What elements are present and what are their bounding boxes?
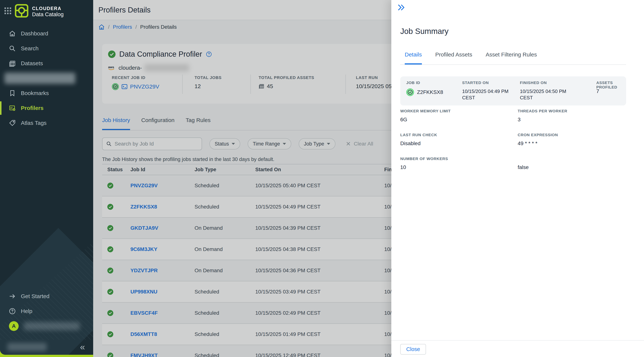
datasets-icon: [9, 60, 16, 67]
job-summary-card: JOB ID Z2FKKSX8 STARTED ON 10/15/2025 04…: [400, 76, 626, 106]
started-on-cell: 10/15/2025 04:36 PM CEST: [255, 268, 384, 274]
close-button[interactable]: Close: [400, 344, 426, 354]
tab-configuration[interactable]: Configuration: [141, 117, 174, 130]
sidebar-item-get-started[interactable]: Get Started: [0, 289, 93, 304]
filter-pill[interactable]: Status: [210, 138, 240, 150]
breadcrumb: / Profilers / Profilers Details: [98, 24, 177, 30]
user-name-redacted: [24, 322, 80, 330]
summary-assets-profiled: ASSETS PROFILED 7: [596, 80, 620, 101]
profiler-icon: [9, 105, 16, 112]
assets-table-icon: [259, 84, 264, 89]
row-status: [102, 310, 130, 316]
sidebar-item-help[interactable]: Help: [0, 304, 93, 318]
sidebar: CLOUDERA Data Catalog Dashboard Search D…: [0, 0, 93, 357]
aws-icon: aws: [108, 65, 116, 70]
sidebar-user-row[interactable]: A: [0, 318, 93, 334]
filter-pill[interactable]: Job Type: [299, 138, 336, 150]
cluster-name-redacted: [144, 64, 189, 72]
tab-tag-rules[interactable]: Tag Rules: [186, 117, 210, 130]
drawer-tab-details[interactable]: Details: [405, 52, 422, 64]
summary-started-on: STARTED ON 10/15/2025 04:49 PM CEST: [462, 80, 520, 101]
search-icon: [9, 45, 16, 52]
sidebar-item-redacted[interactable]: [0, 71, 93, 86]
job-id-link[interactable]: GKDTJA9V: [130, 225, 194, 231]
col-status: Status: [102, 167, 130, 172]
sidebar-item-bookmarks[interactable]: Bookmarks: [0, 86, 93, 100]
filter-row: Status Time Range Job Type ✕ Clear All: [102, 138, 373, 150]
sidebar-item-datasets[interactable]: Datasets: [0, 56, 93, 71]
avatar[interactable]: A: [9, 321, 19, 331]
job-id-link[interactable]: 9C6M3JKY: [130, 246, 194, 252]
tab-job-history[interactable]: Job History: [102, 117, 130, 130]
job-id-link[interactable]: PNVZG29V: [130, 182, 194, 188]
help-icon[interactable]: [206, 51, 212, 57]
job-id-link[interactable]: D56XMTT8: [130, 331, 194, 337]
started-on-cell: 10/15/2025 04:39 PM CEST: [255, 225, 384, 231]
job-type-cell: On Demand: [194, 225, 255, 231]
job-type-cell: Scheduled: [194, 310, 255, 316]
started-on-cell: 10/15/2025 04:38 PM CEST: [255, 246, 384, 252]
job-id-link[interactable]: YDZVTJPR: [130, 268, 194, 274]
row-status: [102, 225, 130, 231]
drawer-tab-asset-filtering-rules[interactable]: Asset Filtering Rules: [486, 52, 537, 64]
success-check-icon: [107, 331, 113, 337]
chevron-down-icon: [283, 143, 286, 145]
job-type-cell: On Demand: [194, 246, 255, 252]
stat-total-assets: TOTAL PROFILED ASSETS 45: [259, 75, 314, 90]
clear-all-button[interactable]: ✕ Clear All: [346, 141, 373, 147]
sidebar-bottom: Get Started Help A: [0, 289, 93, 334]
drawer-tab-profiled-assets[interactable]: Profiled Assets: [435, 52, 472, 64]
recent-job-link[interactable]: PNVZG29V: [130, 84, 159, 90]
ring-check-icon: [406, 88, 414, 96]
breadcrumb-link-profilers[interactable]: Profilers: [113, 24, 132, 30]
collapse-sidebar-icon[interactable]: «: [80, 342, 85, 352]
brand-name: CLOUDERA: [32, 6, 64, 11]
success-check-icon: [107, 289, 113, 295]
row-status: [102, 331, 130, 337]
sidebar-nav: Dashboard Search Datasets Bookmarks Prof…: [0, 26, 93, 130]
ring-check-icon: [112, 83, 119, 90]
sidebar-item-dashboard[interactable]: Dashboard: [0, 26, 93, 41]
page-title: Profilers Details: [98, 6, 150, 14]
search-input[interactable]: [114, 141, 198, 147]
sidebar-item-profilers[interactable]: Profilers: [0, 100, 93, 116]
col-started-on: Started On: [255, 167, 384, 172]
chevron-down-icon: [232, 143, 235, 145]
chevron-down-icon: [327, 143, 330, 145]
summary-finished-on: FINISHED ON 10/15/2025 04:50 PM CEST: [520, 80, 596, 101]
detail-field: false: [518, 156, 635, 170]
started-on-cell: 10/15/2025 01:49 PM CEST: [255, 331, 384, 337]
detail-field: CRON EXPRESSION 49 * * * *: [518, 133, 635, 146]
row-status: [102, 182, 130, 188]
job-type-cell: Scheduled: [194, 182, 255, 188]
breadcrumb-home-icon[interactable]: [98, 24, 105, 30]
breadcrumb-separator: /: [108, 24, 110, 30]
home-icon: [9, 30, 16, 37]
job-summary-drawer: Job Summary Details Profiled Assets Asse…: [391, 0, 644, 357]
sidebar-item-atlas-tags[interactable]: Atlas Tags: [0, 116, 93, 130]
expand-drawer-icon[interactable]: [396, 3, 406, 14]
job-id-link[interactable]: FMVJH9XT: [130, 352, 194, 357]
success-check-icon: [107, 352, 113, 357]
sidebar-item-search[interactable]: Search: [0, 41, 93, 56]
stat-divider: [250, 74, 251, 94]
app-grid-icon[interactable]: [4, 8, 11, 16]
job-history-note: The Job History shows the profiling jobs…: [102, 156, 274, 162]
success-check-icon: [107, 182, 113, 188]
question-circle-icon: [9, 308, 16, 314]
brand-header: CLOUDERA Data Catalog: [4, 4, 64, 20]
success-check-icon: [107, 246, 113, 252]
row-status: [102, 352, 130, 357]
job-type-cell: Scheduled: [194, 204, 255, 210]
job-id-link[interactable]: EBVSCF4F: [130, 310, 194, 316]
profiler-title-row: Data Compliance Profiler: [108, 50, 212, 58]
cloudera-logo-icon: [14, 4, 29, 20]
job-id-link[interactable]: UP998XNU: [130, 289, 194, 295]
job-id-link[interactable]: Z2FKKSX8: [130, 204, 194, 210]
job-type-cell: Scheduled: [194, 289, 255, 295]
drawer-tabs: Details Profiled Assets Asset Filtering …: [400, 52, 626, 65]
filter-pill[interactable]: Time Range: [248, 138, 291, 150]
success-check-icon: [107, 204, 113, 210]
job-type-cell: Scheduled: [194, 331, 255, 337]
bookmark-icon: [9, 90, 16, 96]
